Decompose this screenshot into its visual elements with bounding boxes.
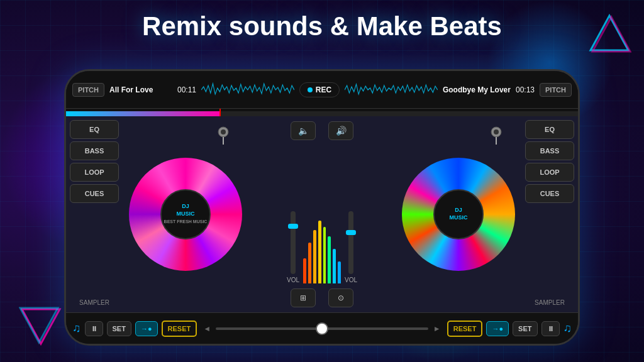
right-controls: EQ BASS LOOP CUES SAMPLER xyxy=(521,116,578,312)
eq-bar-3 xyxy=(318,221,321,283)
mixer-bottom: ⊞ ⊙ xyxy=(291,288,353,307)
rec-label: REC xyxy=(316,85,331,94)
pitch-slider-area: ◄ ► xyxy=(197,324,447,333)
fader-left-handle xyxy=(288,224,298,229)
speaker-right-btn[interactable]: 🔊 xyxy=(328,121,353,140)
speaker-left-btn[interactable]: 🔈 xyxy=(291,121,316,140)
decoration-triangle-bottom xyxy=(19,303,63,349)
left-cues-btn[interactable]: CUES xyxy=(70,184,119,203)
reset-right-btn[interactable]: RESET xyxy=(447,321,483,337)
track-left-name: All For Love xyxy=(109,85,172,94)
transport-bar: ♫ ⏸ SET →● RESET ◄ ► RESET →● SET ⏸ ♫ xyxy=(66,312,578,344)
set-left-btn[interactable]: SET xyxy=(107,321,131,336)
left-loop-btn[interactable]: LOOP xyxy=(70,163,119,182)
svg-marker-3 xyxy=(20,308,58,343)
waveform-right xyxy=(345,80,438,99)
left-controls: EQ BASS LOOP CUES SAMPLER xyxy=(66,116,123,312)
mixer-settings-icon: ⊙ xyxy=(338,293,344,302)
mixer-area: 🔈 🔊 VOL xyxy=(248,116,396,312)
pitch-arrow-right: ► xyxy=(433,324,441,333)
right-turntable[interactable]: DJ MUSIC xyxy=(402,158,515,271)
progress-fill xyxy=(66,111,219,116)
left-turntable[interactable]: DJ MUSIC BEST FRESH MUSIC xyxy=(129,158,242,271)
track-right-time: 00:13 xyxy=(516,85,535,94)
right-needle xyxy=(487,126,506,145)
track-left-time: 00:11 xyxy=(177,85,196,94)
pause-left-btn[interactable]: ⏸ xyxy=(85,321,103,336)
vol-left-label: VOL xyxy=(287,277,299,283)
pause-right-btn[interactable]: ⏸ xyxy=(541,321,560,336)
fader-right-handle xyxy=(346,230,356,235)
rec-indicator xyxy=(308,87,313,92)
mixer-settings-btn[interactable]: ⊙ xyxy=(328,288,353,307)
left-turntable-center: DJ MUSIC BEST FRESH MUSIC xyxy=(160,189,211,239)
right-turntable-area: DJ MUSIC xyxy=(396,116,521,312)
music-left-icon: ♫ xyxy=(72,322,81,335)
right-turntable-center: DJ MUSIC xyxy=(433,189,484,239)
right-sampler-label: SAMPLER xyxy=(525,297,574,309)
waveform-bar: PITCH All For Love 00:11 REC Goodbye My … xyxy=(66,71,578,109)
fader-right-track[interactable] xyxy=(348,211,353,274)
vol-right-label: VOL xyxy=(345,277,357,283)
speaker-right-icon: 🔊 xyxy=(336,126,347,136)
transport-left: ♫ ⏸ SET →● RESET xyxy=(72,321,197,337)
page-title: Remix sounds & Make Beats xyxy=(0,11,644,41)
eq-bars xyxy=(303,221,341,283)
rec-button[interactable]: REC xyxy=(299,82,340,97)
dj-app: PITCH All For Love 00:11 REC Goodbye My … xyxy=(66,71,578,344)
pitch-arrow-left: ◄ xyxy=(203,324,211,333)
speaker-left-icon: 🔈 xyxy=(298,126,309,136)
set-right-btn[interactable]: SET xyxy=(513,321,537,336)
mixer-grid-btn[interactable]: ⊞ xyxy=(291,288,316,307)
fader-right-col: VOL xyxy=(345,211,357,283)
eq-bar-0 xyxy=(303,258,306,283)
transport-right: RESET →● SET ⏸ ♫ xyxy=(447,321,572,337)
left-bass-btn[interactable]: BASS xyxy=(70,141,119,160)
right-eq-btn[interactable]: EQ xyxy=(525,120,574,139)
svg-point-5 xyxy=(221,129,226,134)
phone-device: PITCH All For Love 00:11 REC Goodbye My … xyxy=(64,69,580,346)
left-turntable-area: DJ MUSIC BEST FRESH MUSIC xyxy=(123,116,248,312)
music-right-icon: ♫ xyxy=(564,322,572,335)
reset-left-btn[interactable]: RESET xyxy=(162,321,197,337)
mixer-grid-icon: ⊞ xyxy=(300,293,306,302)
mixer-faders: VOL VOL xyxy=(287,145,357,283)
right-bass-btn[interactable]: BASS xyxy=(525,141,574,160)
arrow-left-btn[interactable]: →● xyxy=(135,321,158,336)
eq-bar-4 xyxy=(323,227,326,283)
progress-bar-area xyxy=(66,109,578,116)
left-turntable-label: DJ MUSIC BEST FRESH MUSIC xyxy=(164,203,208,225)
pitch-right-btn[interactable]: PITCH xyxy=(540,83,572,97)
progress-track xyxy=(66,111,578,116)
eq-bar-6 xyxy=(333,249,336,283)
fader-left-col: VOL xyxy=(287,211,299,283)
left-eq-btn[interactable]: EQ xyxy=(70,120,119,139)
eq-bar-5 xyxy=(328,236,331,283)
eq-bar-7 xyxy=(338,261,341,283)
left-needle xyxy=(214,126,233,145)
progress-marker xyxy=(219,109,221,116)
right-turntable-label: DJ MUSIC xyxy=(450,207,468,221)
eq-bar-1 xyxy=(308,243,311,283)
main-area: EQ BASS LOOP CUES SAMPLER DJ MUSIC BEST … xyxy=(66,116,578,312)
arrow-right-btn[interactable]: →● xyxy=(486,321,509,336)
waveform-left xyxy=(201,80,294,99)
left-sampler-label: SAMPLER xyxy=(70,297,119,309)
fader-left-track[interactable] xyxy=(291,211,296,274)
eq-bar-2 xyxy=(313,230,316,283)
pitch-slider-track[interactable] xyxy=(216,327,428,330)
pitch-left-btn[interactable]: PITCH xyxy=(72,83,104,97)
pitch-slider-thumb xyxy=(316,322,328,335)
right-cues-btn[interactable]: CUES xyxy=(525,184,574,203)
svg-point-8 xyxy=(494,129,499,134)
mixer-top: 🔈 🔊 xyxy=(291,121,353,140)
right-loop-btn[interactable]: LOOP xyxy=(525,163,574,182)
track-right-name: Goodbye My Lover xyxy=(443,85,511,94)
